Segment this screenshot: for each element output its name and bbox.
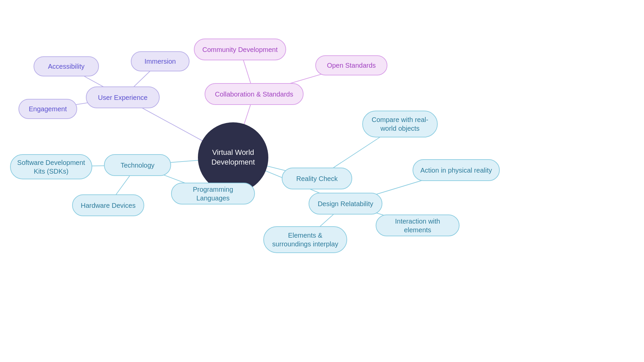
center-node: Virtual World Development xyxy=(198,122,268,193)
community-dev-node: Community Development xyxy=(194,39,286,60)
accessibility-node: Accessibility xyxy=(34,56,99,76)
reality-check-node: Reality Check xyxy=(282,168,352,189)
engagement-node: Engagement xyxy=(18,99,77,119)
action-physical-node: Action in physical reality xyxy=(413,159,500,181)
sdks-node: Software Development Kits (SDKs) xyxy=(10,154,92,179)
programming-langs-node: Programming Languages xyxy=(171,183,255,204)
design-relatability-node: Design Relatability xyxy=(309,193,382,215)
technology-node: Technology xyxy=(104,154,171,176)
user-experience-node: User Experience xyxy=(86,86,160,108)
interaction-elements-node: Interaction with elements xyxy=(376,215,460,236)
elements-interplay-node: Elements & surroundings interplay xyxy=(263,226,347,253)
hardware-devices-node: Hardware Devices xyxy=(72,194,144,216)
immersion-node: Immersion xyxy=(131,51,190,71)
compare-realworld-node: Compare with real-world objects xyxy=(362,111,438,137)
open-standards-node: Open Standards xyxy=(315,55,387,75)
collab-standards-node: Collaboration & Standards xyxy=(205,83,304,105)
